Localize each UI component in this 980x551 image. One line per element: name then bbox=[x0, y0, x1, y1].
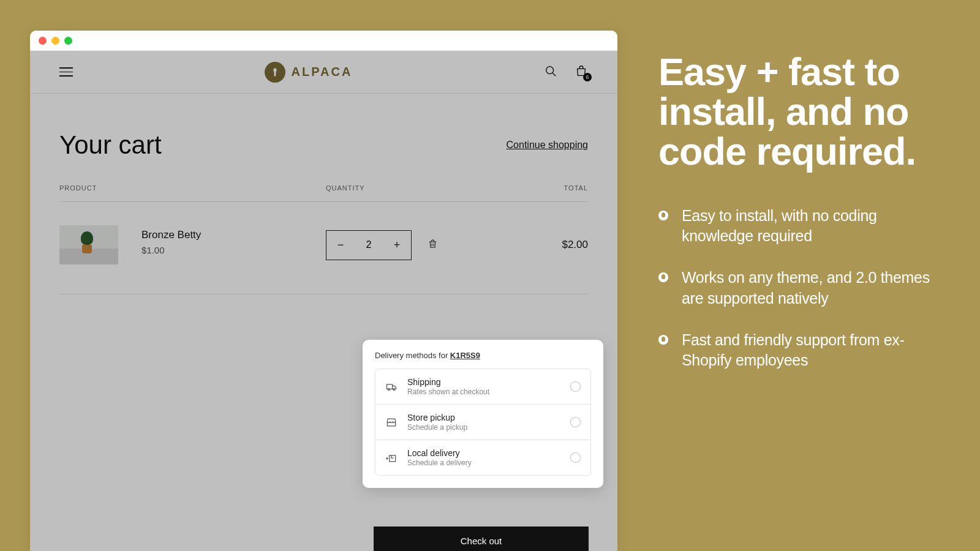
checkout-button[interactable]: Check out bbox=[374, 527, 589, 551]
svg-point-4 bbox=[393, 388, 395, 390]
product-unit-price: $1.00 bbox=[141, 245, 201, 255]
delivery-methods-panel: Delivery methods for K1R5S9 Shipping Rat… bbox=[363, 340, 603, 488]
product-name[interactable]: Bronze Betty bbox=[141, 229, 201, 241]
bullet-icon bbox=[658, 272, 668, 282]
method-radio[interactable] bbox=[570, 417, 581, 427]
delivery-method-list: Shipping Rates shown at checkout Store p… bbox=[375, 369, 591, 476]
quantity-stepper: − 2 + bbox=[326, 230, 412, 260]
method-sub: Schedule a delivery bbox=[407, 459, 560, 467]
storefront-icon bbox=[385, 416, 398, 429]
delivery-method-shipping[interactable]: Shipping Rates shown at checkout bbox=[375, 369, 590, 405]
page-content: ALPACA 6 Your cart Continue shopping bbox=[30, 51, 617, 551]
brand-name: ALPACA bbox=[292, 65, 353, 79]
marketing-bullet: Easy to install, with no coding knowledg… bbox=[658, 206, 934, 247]
brand-logo-icon bbox=[265, 62, 285, 83]
svg-point-0 bbox=[546, 66, 554, 73]
bullet-text: Fast and friendly support from ex-Shopif… bbox=[682, 330, 934, 372]
col-total-label: TOTAL bbox=[502, 184, 588, 192]
cart-bag-button[interactable]: 6 bbox=[575, 64, 588, 80]
continue-shopping-link[interactable]: Continue shopping bbox=[507, 140, 588, 151]
method-name: Local delivery bbox=[407, 448, 560, 458]
quantity-increment-button[interactable]: + bbox=[383, 231, 411, 260]
delivery-title-prefix: Delivery methods for bbox=[375, 351, 450, 360]
brand[interactable]: ALPACA bbox=[265, 62, 353, 83]
marketing-panel: Easy + fast to install, and no code requ… bbox=[658, 52, 934, 371]
bullet-text: Works on any theme, and 2.0 themes are s… bbox=[682, 268, 934, 309]
bullet-icon bbox=[658, 211, 668, 220]
method-radio[interactable] bbox=[570, 452, 581, 463]
cart-line-item: Bronze Betty $1.00 − 2 + $2.00 bbox=[59, 202, 588, 294]
header-actions: 6 bbox=[544, 64, 588, 80]
svg-rect-2 bbox=[387, 384, 393, 389]
method-radio[interactable] bbox=[570, 381, 581, 392]
marketing-bullet: Works on any theme, and 2.0 themes are s… bbox=[658, 268, 934, 309]
line-total: $2.00 bbox=[502, 239, 588, 251]
delivery-panel-title: Delivery methods for K1R5S9 bbox=[375, 351, 591, 360]
svg-point-3 bbox=[388, 388, 390, 390]
delivery-postal-code-link[interactable]: K1R5S9 bbox=[450, 351, 480, 360]
method-sub: Schedule a pickup bbox=[407, 423, 560, 432]
bullet-text: Easy to install, with no coding knowledg… bbox=[682, 206, 934, 247]
marketing-bullet-list: Easy to install, with no coding knowledg… bbox=[658, 206, 934, 372]
window-minimize-dot[interactable] bbox=[51, 37, 59, 45]
hamburger-menu-button[interactable] bbox=[59, 66, 73, 79]
remove-line-button[interactable] bbox=[428, 239, 438, 252]
col-product-label: PRODUCT bbox=[59, 184, 326, 192]
cart-area: Your cart Continue shopping PRODUCT QUAN… bbox=[30, 94, 617, 294]
col-quantity-label: QUANTITY bbox=[326, 184, 502, 192]
shop-header: ALPACA 6 bbox=[30, 51, 617, 94]
marketing-headline: Easy + fast to install, and no code requ… bbox=[658, 52, 934, 171]
window-title-bar bbox=[30, 31, 617, 51]
svg-line-1 bbox=[552, 73, 556, 76]
method-name: Store pickup bbox=[407, 413, 560, 422]
marketing-bullet: Fast and friendly support from ex-Shopif… bbox=[658, 330, 934, 372]
method-sub: Rates shown at checkout bbox=[407, 388, 560, 396]
cart-columns-header: PRODUCT QUANTITY TOTAL bbox=[59, 184, 588, 202]
delivery-method-local-delivery[interactable]: Local delivery Schedule a delivery bbox=[375, 440, 590, 475]
window-maximize-dot[interactable] bbox=[64, 37, 72, 45]
package-arrow-icon bbox=[385, 452, 398, 464]
window-close-dot[interactable] bbox=[39, 37, 47, 45]
quantity-decrement-button[interactable]: − bbox=[326, 231, 355, 260]
delivery-method-store-pickup[interactable]: Store pickup Schedule a pickup bbox=[375, 405, 590, 440]
svg-rect-5 bbox=[390, 455, 396, 461]
search-icon[interactable] bbox=[544, 64, 557, 80]
cart-count-badge: 6 bbox=[583, 73, 592, 81]
quantity-value: 2 bbox=[355, 231, 383, 260]
browser-window: ALPACA 6 Your cart Continue shopping bbox=[30, 31, 617, 551]
cart-truck-icon bbox=[385, 381, 398, 393]
method-name: Shipping bbox=[407, 377, 560, 387]
product-thumbnail[interactable] bbox=[59, 225, 118, 264]
page-title: Your cart bbox=[59, 130, 162, 160]
bullet-icon bbox=[658, 335, 668, 345]
